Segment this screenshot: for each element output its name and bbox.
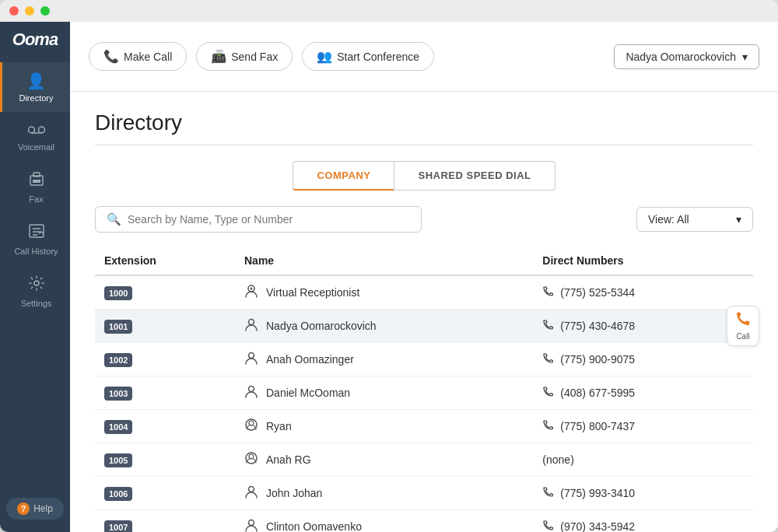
search-input[interactable] <box>128 213 410 226</box>
contact-name: John Johan <box>266 487 322 499</box>
tab-bar: COMPANY SHARED SPEED DIAL <box>95 161 753 191</box>
sidebar-item-call-history[interactable]: Call History <box>0 213 70 265</box>
directory-icon: 👤 <box>26 72 46 90</box>
cell-direct-numbers: (775) 800-7437 <box>533 410 753 443</box>
directory-table: Extension Name Direct Numbers 1000Virtua… <box>95 248 753 532</box>
cell-direct-numbers: (775) 993-3410 <box>533 477 753 510</box>
content-area: Directory COMPANY SHARED SPEED DIAL 🔍 <box>70 92 778 532</box>
help-label: Help <box>33 503 53 514</box>
phone-icon <box>542 319 554 333</box>
call-history-icon <box>28 222 45 243</box>
extension-badge: 1002 <box>104 353 132 367</box>
sidebar-item-settings[interactable]: Settings <box>0 265 70 317</box>
sidebar-item-directory[interactable]: 👤 Directory <box>0 62 70 112</box>
col-direct-numbers: Direct Numbers <box>533 248 753 275</box>
contact-icon <box>244 351 258 368</box>
cell-name: Clinton Oomavenko <box>235 510 533 533</box>
table-row[interactable]: 1001Nadya Oomarockovich(775) 430-4678Cal… <box>95 310 753 343</box>
view-chevron-icon: ▾ <box>736 213 741 226</box>
cell-extension: 1003 <box>95 376 235 410</box>
phone-icon <box>542 386 554 400</box>
contact-icon <box>244 284 258 301</box>
tab-shared-speed-dial[interactable]: SHARED SPEED DIAL <box>394 161 555 191</box>
table-row[interactable]: 1004Ryan(775) 800-7437 <box>95 410 753 443</box>
make-call-button[interactable]: 📞 Make Call <box>89 42 187 71</box>
search-box[interactable]: 🔍 <box>95 206 422 233</box>
contact-name: Ryan <box>266 420 292 432</box>
cell-direct-numbers: (none) <box>533 443 753 477</box>
sidebar: Ooma 👤 Directory Voicemail <box>0 22 70 532</box>
send-fax-button[interactable]: 📠 Send Fax <box>196 42 293 71</box>
cell-extension: 1002 <box>95 343 235 376</box>
view-label: View: All <box>648 213 689 226</box>
help-button[interactable]: ? Help <box>6 498 64 520</box>
svg-point-21 <box>248 520 254 526</box>
svg-point-20 <box>248 487 254 492</box>
phone-icon <box>542 486 554 500</box>
contact-name: Virtual Receptionist <box>266 286 359 299</box>
cell-name: Nadya Oomarockovich <box>235 310 533 343</box>
contact-icon <box>244 518 258 532</box>
cell-direct-numbers: (775) 430-4678Call <box>533 310 753 343</box>
svg-point-13 <box>248 320 254 325</box>
phone-icon: 📞 <box>103 49 119 64</box>
cell-name: Ryan <box>235 410 533 443</box>
phone-number: (775) 800-7437 <box>560 420 635 432</box>
phone-icon <box>542 352 554 366</box>
cell-direct-numbers: (775) 525-5344 <box>533 275 753 310</box>
table-row[interactable]: 1005Anah RG(none) <box>95 443 753 477</box>
call-icon <box>735 311 751 331</box>
col-name: Name <box>235 248 533 275</box>
cell-direct-numbers: (775) 900-9075 <box>533 343 753 376</box>
table-row[interactable]: 1006John Johan(775) 993-3410 <box>95 477 753 510</box>
sidebar-item-voicemail[interactable]: Voicemail <box>0 112 70 161</box>
search-row: 🔍 View: All ▾ <box>95 206 753 233</box>
svg-point-14 <box>248 353 254 359</box>
settings-icon <box>28 275 45 296</box>
table-row[interactable]: 1007Clinton Oomavenko(970) 343-5942 <box>95 510 753 533</box>
user-name: Nadya Oomarockovich <box>626 51 736 63</box>
phone-icon <box>542 419 554 433</box>
cell-name: Anah RG <box>235 443 533 477</box>
table-row[interactable]: 1003Daniel McOoman(408) 677-5995 <box>95 376 753 410</box>
phone-number: (408) 677-5995 <box>560 387 635 399</box>
sidebar-item-fax[interactable]: Fax <box>0 161 70 213</box>
table-row[interactable]: 1000Virtual Receptionist(775) 525-5344 <box>95 275 753 310</box>
svg-point-0 <box>28 127 34 133</box>
svg-point-1 <box>38 127 44 133</box>
extension-badge: 1001 <box>104 320 132 334</box>
svg-rect-4 <box>33 173 40 177</box>
contact-icon <box>244 485 258 502</box>
fax-send-icon: 📠 <box>211 49 226 64</box>
close-button[interactable] <box>9 6 19 16</box>
logo: Ooma <box>12 30 58 50</box>
extension-badge: 1005 <box>104 453 132 467</box>
phone-number: (970) 343-5942 <box>560 520 635 532</box>
table-header-row: Extension Name Direct Numbers <box>95 248 753 275</box>
contact-name: Anah Oomazinger <box>266 353 354 366</box>
start-conference-button[interactable]: 👥 Start Conference <box>302 42 434 71</box>
cell-direct-numbers: (970) 343-5942 <box>533 510 753 533</box>
svg-point-10 <box>34 281 39 285</box>
search-icon: 🔍 <box>107 212 121 226</box>
contact-icon <box>244 451 258 468</box>
cell-name: Virtual Receptionist <box>235 275 533 310</box>
maximize-button[interactable] <box>40 6 50 16</box>
view-dropdown[interactable]: View: All ▾ <box>636 207 753 232</box>
phone-number: (none) <box>542 453 573 466</box>
contact-name: Anah RG <box>266 453 311 466</box>
minimize-button[interactable] <box>25 6 34 16</box>
tab-company[interactable]: COMPANY <box>293 161 394 191</box>
cell-extension: 1006 <box>95 477 235 510</box>
svg-rect-5 <box>33 180 40 183</box>
app-window: Ooma 👤 Directory Voicemail <box>0 0 778 532</box>
help-icon: ? <box>17 502 30 515</box>
table-row[interactable]: 1002Anah Oomazinger(775) 900-9075 <box>95 343 753 376</box>
svg-point-12 <box>250 288 252 290</box>
user-dropdown[interactable]: Nadya Oomarockovich ▾ <box>614 44 759 69</box>
call-button[interactable]: Call <box>727 306 759 346</box>
voicemail-icon <box>28 121 45 139</box>
svg-point-15 <box>248 387 254 392</box>
contact-icon <box>244 418 258 435</box>
cell-extension: 1005 <box>95 443 235 477</box>
